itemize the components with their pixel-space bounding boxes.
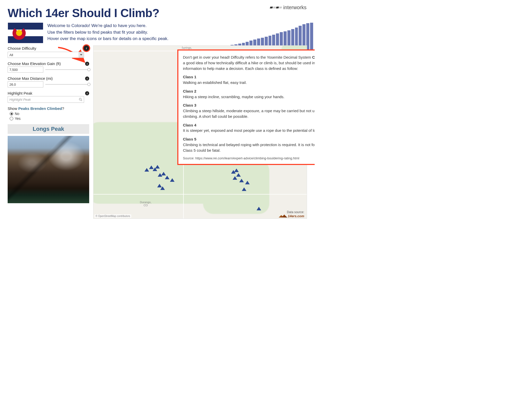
peak-marker[interactable] xyxy=(234,169,239,172)
chevron-down-icon[interactable] xyxy=(79,52,83,57)
slider-thumb[interactable] xyxy=(87,83,90,86)
map-attribution: © OpenStreetMap contributors xyxy=(95,214,131,218)
class-desc: Climbing is technical and belayed roping… xyxy=(183,142,315,153)
data-source-brand: 14ers.com xyxy=(279,214,304,218)
svg-line-1 xyxy=(81,100,82,101)
peak-marker[interactable] xyxy=(155,165,160,169)
distance-label: Choose Max Distance (mi) xyxy=(8,76,53,81)
tooltip-source: Source: https://www.rei.com/learn/expert… xyxy=(183,156,315,161)
class-desc: Climbing a steep hillside, moderate expo… xyxy=(183,108,315,119)
class-title: Class 2 xyxy=(183,88,315,94)
peak-marker[interactable] xyxy=(160,186,165,190)
class-title: Class 1 xyxy=(183,74,315,80)
class-desc: It is steeper yet, exposed and most peop… xyxy=(183,128,315,133)
class-title: Class 5 xyxy=(183,136,315,142)
peak-marker[interactable] xyxy=(245,181,250,184)
search-icon xyxy=(79,98,82,101)
show-climbed-label: Show Peaks Brenden Climbed? xyxy=(8,106,89,111)
peak-marker[interactable] xyxy=(239,179,244,182)
distance-input[interactable] xyxy=(8,81,43,87)
highlight-peak-search[interactable]: Highlight Peak xyxy=(8,96,84,103)
difficulty-label: Choose Difficulty xyxy=(8,46,36,50)
peak-marker[interactable] xyxy=(242,187,246,191)
class-desc: Walking an established flat, easy trail. xyxy=(183,80,315,85)
radio-yes[interactable]: Yes xyxy=(10,117,89,121)
elevation-input[interactable] xyxy=(8,67,43,73)
page-title: Which 14er Should I Climb? xyxy=(8,6,307,20)
info-icon[interactable]: i xyxy=(85,76,89,81)
peak-marker[interactable] xyxy=(170,178,175,182)
selected-peak-banner: Longs Peak xyxy=(8,124,89,134)
difficulty-dropdown[interactable]: All xyxy=(8,52,84,58)
class-desc: Hiking a steep incline, scrambling, mayb… xyxy=(183,94,315,100)
slider-thumb[interactable] xyxy=(87,68,90,71)
peak-marker[interactable] xyxy=(144,168,149,172)
info-icon[interactable]: i xyxy=(85,62,89,66)
peak-marker[interactable] xyxy=(233,176,237,180)
distance-slider[interactable] xyxy=(45,84,89,85)
brand-logo: interworks xyxy=(270,5,307,10)
selected-peak-photo xyxy=(8,136,89,203)
elevation-slider[interactable] xyxy=(45,69,89,70)
svg-point-0 xyxy=(79,98,81,100)
class-title: Class 3 xyxy=(183,102,315,108)
peak-marker[interactable] xyxy=(161,172,166,175)
info-icon[interactable]: i xyxy=(85,91,89,95)
peak-marker[interactable] xyxy=(165,176,169,179)
radio-no[interactable]: No xyxy=(10,112,89,116)
info-icon[interactable]: i xyxy=(84,45,89,51)
class-title: Class 4 xyxy=(183,122,315,128)
colorado-flag xyxy=(8,22,43,43)
radio-icon[interactable] xyxy=(10,117,13,120)
map-city-label: Durango, CO xyxy=(140,201,151,207)
data-source-label: Data source: xyxy=(287,210,304,214)
radio-icon[interactable] xyxy=(10,112,13,115)
highlight-label: Highlight Peak xyxy=(8,91,32,95)
peak-marker[interactable] xyxy=(257,207,261,210)
brand-name: interworks xyxy=(283,5,307,10)
difficulty-tooltip: Don't get in over your head! Diffculty r… xyxy=(177,49,315,165)
elevation-label: Choose Max Elevation Gain (ft) xyxy=(8,61,61,66)
